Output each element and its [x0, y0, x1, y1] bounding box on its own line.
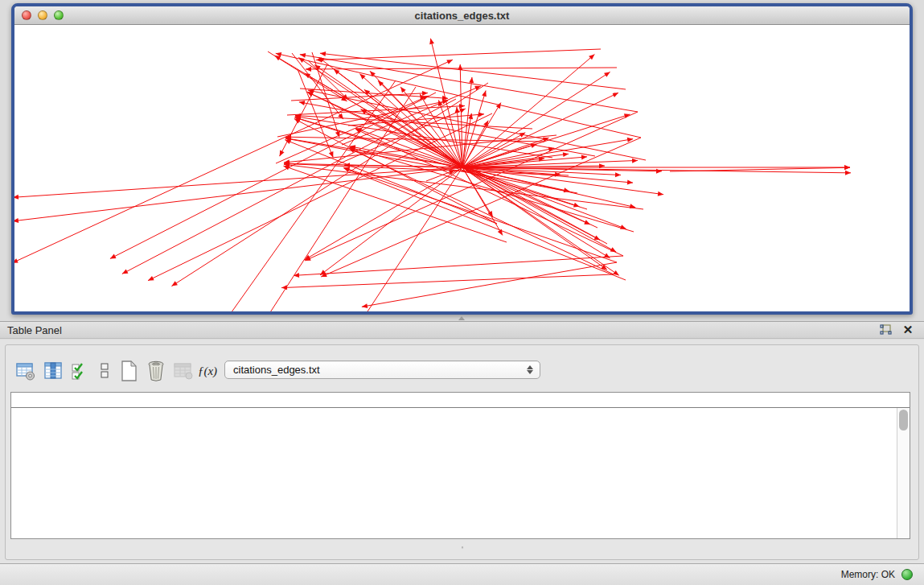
scrollbar-thumb[interactable]: [899, 410, 908, 431]
table-panel-header: Table Panel ✕: [0, 321, 924, 339]
table-header-row: [11, 393, 910, 408]
minimize-window-button[interactable]: [38, 10, 47, 20]
table-selector-value: citations_edges.txt: [225, 364, 525, 376]
delete-table-button[interactable]: [142, 358, 170, 384]
network-window-titlebar[interactable]: citations_edges.txt: [14, 6, 910, 25]
function-builder-button[interactable]: ƒ(x): [197, 358, 218, 384]
window-controls: [22, 10, 64, 20]
import-table-button[interactable]: [170, 358, 197, 384]
network-window-title: citations_edges.txt: [415, 10, 510, 22]
table-selector-dropdown[interactable]: citations_edges.txt: [224, 360, 540, 379]
close-panel-icon[interactable]: ✕: [901, 323, 914, 336]
table-settings-button[interactable]: [12, 358, 39, 384]
network-canvas[interactable]: [14, 25, 910, 311]
function-icon: ƒ(x): [198, 365, 217, 378]
memory-status-indicator: [901, 569, 913, 580]
close-window-button[interactable]: [22, 10, 31, 20]
table-type-tabs: [462, 546, 463, 548]
float-panel-icon[interactable]: [879, 323, 892, 336]
status-bar: Memory: OK: [0, 563, 924, 585]
application-window: citations_edges.txt Table Panel ✕: [0, 0, 924, 585]
zoom-window-button[interactable]: [54, 10, 64, 20]
table-panel-title: Table Panel: [0, 324, 62, 336]
network-canvas-container: [14, 25, 910, 311]
new-table-button[interactable]: [115, 358, 142, 384]
table-panel-inner: ƒ(x) citations_edges.txt: [5, 344, 919, 560]
table-panel-body: ƒ(x) citations_edges.txt: [0, 340, 924, 563]
table-vertical-scrollbar[interactable]: [897, 408, 910, 538]
node-table: [10, 392, 910, 539]
show-columns-button[interactable]: [39, 358, 67, 384]
network-view-window: citations_edges.txt: [11, 3, 913, 315]
memory-status-label: Memory: OK: [841, 569, 895, 580]
select-rows-button[interactable]: [67, 358, 94, 384]
table-toolbar: ƒ(x): [12, 356, 218, 385]
dropdown-stepper-icon: [525, 365, 540, 374]
row-height-button[interactable]: [94, 358, 115, 384]
